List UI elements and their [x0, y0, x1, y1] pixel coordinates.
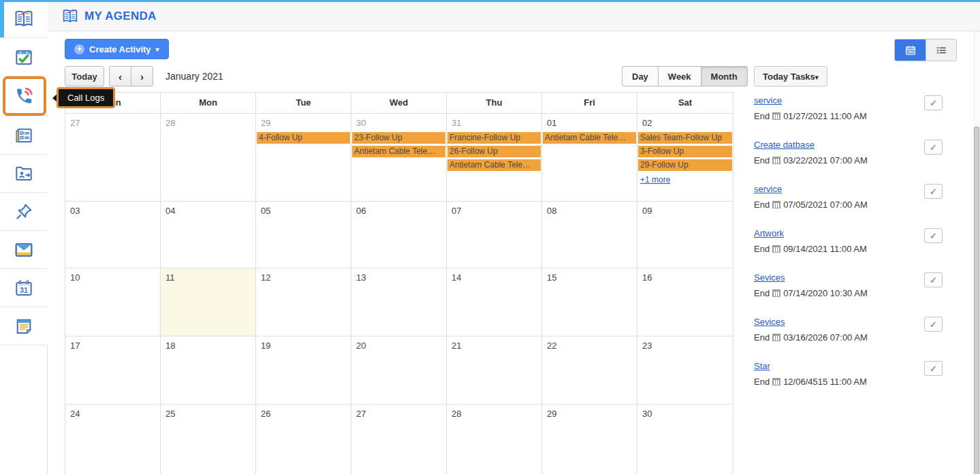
calendar-day-cell[interactable]: 07: [447, 202, 542, 268]
task-title-link[interactable]: Star: [754, 361, 770, 371]
task-title-link[interactable]: Sevices: [754, 317, 785, 327]
calendar-day-cell[interactable]: 23: [637, 336, 733, 405]
day-number: 06: [356, 206, 446, 216]
calendar-day-cell[interactable]: 28: [161, 114, 256, 202]
sidebar-item-contacts[interactable]: [0, 155, 48, 193]
calendar-day-cell[interactable]: 12: [256, 268, 351, 336]
calendar-event[interactable]: 3-Follow Up: [638, 146, 732, 157]
day-number: 31: [452, 118, 541, 128]
create-activity-button[interactable]: + Create Activity ▾: [65, 39, 169, 59]
scrollbar-thumb[interactable]: [974, 127, 979, 474]
sidebar-item-call-logs[interactable]: [0, 76, 48, 116]
calendar-event[interactable]: 4-Follow Up: [257, 132, 350, 144]
calendar-day-cell[interactable]: 06: [351, 202, 447, 268]
folder-user-icon: [13, 163, 35, 185]
end-label: End: [754, 244, 770, 254]
list-view-toggle[interactable]: [926, 40, 956, 61]
view-day-button[interactable]: Day: [622, 66, 659, 86]
calendar-event[interactable]: Sales Team-Follow Up: [638, 132, 732, 144]
calendar-day-cell[interactable]: 09: [637, 202, 733, 268]
day-number: 18: [165, 341, 255, 351]
calendar-day-cell[interactable]: 24: [65, 405, 161, 474]
calendar-day-cell[interactable]: 20: [351, 336, 447, 405]
header-bar: MY AGENDA: [48, 2, 980, 31]
calendar-day-cell[interactable]: 18: [161, 336, 256, 405]
page-title: MY AGENDA: [84, 10, 157, 23]
calendar-day-cell[interactable]: 13: [351, 268, 447, 336]
day-number: 15: [547, 272, 637, 283]
calendar-event[interactable]: 23-Follow Up: [352, 132, 445, 144]
day-number: 10: [70, 272, 160, 283]
prev-month-button[interactable]: ‹: [109, 66, 131, 86]
calendar-view-toggle[interactable]: [895, 40, 926, 61]
calendar-day-cell[interactable]: 05: [256, 202, 351, 268]
calendar-day-cell[interactable]: 294-Follow Up: [256, 114, 351, 202]
calendar-event[interactable]: Antietam Cable Tele…: [352, 146, 445, 157]
task-complete-checkbox[interactable]: ✓: [924, 140, 943, 155]
calendar-day-cell[interactable]: 15: [542, 268, 637, 336]
calendar-day-cell[interactable]: 29: [542, 405, 637, 474]
calendar-day-cell[interactable]: 01Antietam Cable Tele…: [542, 114, 637, 202]
end-label: End: [754, 111, 770, 121]
calendar-day-cell[interactable]: 11: [161, 268, 256, 336]
task-complete-checkbox[interactable]: ✓: [924, 272, 943, 287]
day-header: Wed: [351, 93, 447, 114]
chevron-down-icon: ▾: [815, 74, 819, 81]
view-month-button[interactable]: Month: [701, 66, 748, 86]
task-title-link[interactable]: Artwork: [754, 228, 784, 238]
today-button[interactable]: Today: [65, 66, 104, 86]
today-tasks-dropdown[interactable]: Today Tasks▾: [754, 66, 827, 86]
calendar-day-cell[interactable]: 04: [161, 202, 256, 268]
sidebar-item-calendar[interactable]: 31: [0, 269, 48, 307]
task-end-datetime: 03/16/2026 07:00 AM: [783, 332, 868, 343]
sidebar-item-email[interactable]: [0, 231, 48, 269]
calendar-day-cell[interactable]: 30: [637, 405, 733, 474]
task-complete-checkbox[interactable]: ✓: [924, 317, 943, 332]
task-title-link[interactable]: Create datbase: [754, 140, 815, 150]
task-complete-checkbox[interactable]: ✓: [924, 228, 943, 243]
calendar-day-cell[interactable]: 03: [65, 202, 161, 268]
calendar-event[interactable]: 26-Follow Up: [447, 146, 541, 157]
calendar-day-cell[interactable]: 10: [65, 268, 161, 336]
calendar-day-cell[interactable]: 25: [161, 405, 256, 474]
sidebar-item-pinned[interactable]: [0, 193, 48, 231]
next-month-button[interactable]: ›: [131, 66, 153, 86]
calendar-day-cell[interactable]: 22: [542, 336, 637, 405]
calendar-day-cell[interactable]: 16: [637, 268, 733, 336]
view-week-button[interactable]: Week: [658, 66, 701, 86]
task-complete-checkbox[interactable]: ✓: [924, 361, 943, 376]
calendar-view-icon: [904, 44, 917, 57]
calendar-event[interactable]: Antietam Cable Tele…: [543, 132, 636, 144]
calendar-day-cell[interactable]: 14: [447, 268, 542, 336]
calendar-day-cell[interactable]: 08: [542, 202, 637, 268]
task-title-link[interactable]: Sevices: [754, 272, 785, 283]
sidebar-item-tasks[interactable]: [0, 38, 48, 76]
calendar-day-cell[interactable]: 28: [447, 405, 542, 474]
calendar-day-cell[interactable]: 19: [256, 336, 351, 405]
day-header: Fri: [542, 93, 637, 114]
task-complete-checkbox[interactable]: ✓: [924, 95, 943, 110]
calendar-event[interactable]: Antietam Cable Tele…: [447, 159, 541, 171]
current-month-label: January 2021: [165, 71, 223, 82]
day-number: 22: [547, 341, 637, 351]
calendar-day-cell[interactable]: 26: [256, 405, 351, 474]
calendar-day-cell[interactable]: 31Francine-Follow Up26-Follow UpAntietam…: [447, 114, 542, 202]
calendar-day-cell[interactable]: 27: [65, 114, 161, 202]
calendar-day-cell[interactable]: 02Sales Team-Follow Up3-Follow Up29-Foll…: [637, 114, 733, 202]
calendar-day-cell[interactable]: 27: [351, 405, 447, 474]
calendar-day-cell[interactable]: 21: [447, 336, 542, 405]
task-title-link[interactable]: service: [754, 95, 782, 106]
calendar-day-cell[interactable]: 3023-Follow UpAntietam Cable Tele…: [351, 114, 447, 202]
sidebar-item-agenda[interactable]: [0, 0, 48, 38]
task-complete-checkbox[interactable]: ✓: [924, 184, 943, 199]
day-number: 17: [70, 341, 160, 351]
sidebar-item-news[interactable]: [0, 116, 48, 155]
task-end-datetime: 09/14/2021 11:00 AM: [783, 244, 867, 254]
calendar-event[interactable]: 29-Follow Up: [638, 159, 732, 171]
task-title-link[interactable]: service: [754, 184, 782, 194]
agenda-book-icon: [61, 7, 79, 25]
calendar-event[interactable]: Francine-Follow Up: [447, 132, 541, 144]
sidebar-item-notes[interactable]: [0, 307, 48, 345]
more-events-link[interactable]: +1 more: [640, 175, 670, 185]
calendar-day-cell[interactable]: 17: [65, 336, 161, 405]
